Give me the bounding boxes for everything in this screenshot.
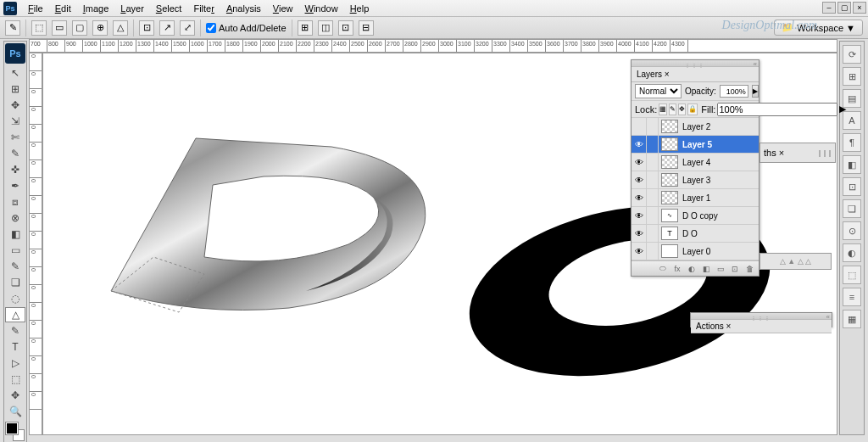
tool-0[interactable]: ↖	[5, 65, 25, 81]
opt-icon-10[interactable]: ◫	[318, 20, 333, 36]
dock-icon-4[interactable]: ¶	[843, 133, 861, 152]
layers-footer-icon-6[interactable]: 🗑	[743, 264, 755, 274]
menu-help[interactable]: Help	[344, 3, 376, 14]
tool-11[interactable]: ▭	[5, 243, 25, 258]
tool-20[interactable]: ✥	[5, 388, 25, 403]
actions-drag-handle[interactable]: ⋮⋮⋮«	[691, 313, 832, 320]
visibility-toggle[interactable]: 👁	[632, 154, 647, 171]
tool-5[interactable]: ✎	[5, 146, 25, 161]
dock-icon-12[interactable]: ▦	[843, 310, 861, 328]
tool-2[interactable]: ✥	[5, 98, 25, 113]
dock-icon-6[interactable]: ⊡	[843, 177, 861, 196]
tool-14[interactable]: ◌	[5, 291, 25, 306]
maximize-button[interactable]: ▢	[837, 2, 851, 14]
layer-row[interactable]: 👁TD O	[632, 225, 759, 243]
lock-image-icon[interactable]: ✎	[669, 104, 676, 115]
layer-row[interactable]: 👁Layer 1	[632, 189, 759, 207]
tool-10[interactable]: ◧	[5, 227, 25, 242]
tool-6[interactable]: ✜	[5, 162, 25, 177]
dock-icon-7[interactable]: ❏	[843, 199, 861, 218]
tool-15[interactable]: △	[5, 307, 25, 322]
panel-drag-handle[interactable]: ⋮⋮⋮«	[632, 60, 759, 67]
tool-9[interactable]: ⊗	[5, 210, 25, 226]
tool-preset-icon[interactable]: ✎	[5, 20, 20, 36]
opt-icon-4[interactable]: ⊕	[92, 20, 108, 36]
opacity-input[interactable]	[720, 85, 748, 98]
opt-icon-2[interactable]: ▭	[52, 20, 67, 36]
dock-icon-10[interactable]: ⬚	[843, 266, 861, 284]
tool-16[interactable]: ✎	[5, 323, 25, 338]
tool-18[interactable]: ▷	[5, 355, 25, 371]
layers-footer-icon-2[interactable]: ◐	[686, 264, 698, 274]
layers-footer-icon-5[interactable]: ⊡	[729, 264, 741, 274]
tool-8[interactable]: ⧈	[5, 194, 25, 210]
fill-input[interactable]	[717, 103, 837, 116]
opt-icon-5[interactable]: △	[113, 20, 128, 36]
menu-filter[interactable]: Filter	[187, 3, 220, 14]
dock-icon-5[interactable]: ◧	[843, 155, 861, 174]
actions-collapse-icon[interactable]: «	[826, 313, 830, 321]
visibility-toggle[interactable]: 👁	[632, 243, 647, 260]
opt-icon-6[interactable]: ⊡	[139, 20, 154, 36]
actions-tab[interactable]: Actions ×	[691, 320, 832, 333]
menu-view[interactable]: View	[267, 3, 299, 14]
menu-file[interactable]: File	[22, 3, 49, 14]
panel-collapse-icon[interactable]: «	[754, 60, 757, 68]
color-swatches[interactable]	[6, 422, 25, 441]
tool-21[interactable]: 🔍	[5, 404, 25, 419]
minimize-button[interactable]: –	[822, 2, 836, 14]
layers-footer-icon-1[interactable]: fx	[671, 264, 683, 274]
tool-7[interactable]: ✒	[5, 178, 25, 193]
menu-image[interactable]: Image	[77, 3, 115, 14]
menu-edit[interactable]: Edit	[49, 3, 77, 14]
dock-icon-8[interactable]: ⊙	[843, 221, 861, 240]
visibility-toggle[interactable]: 👁	[632, 207, 647, 224]
close-button[interactable]: ×	[853, 2, 866, 14]
visibility-toggle[interactable]: 👁	[632, 136, 647, 153]
dock-icon-9[interactable]: ◐	[843, 243, 861, 262]
layer-row[interactable]: Layer 2	[632, 118, 759, 136]
tool-1[interactable]: ⊞	[5, 81, 25, 97]
fill-arrow[interactable]: ▶	[839, 104, 846, 115]
opacity-arrow[interactable]: ▶	[752, 85, 759, 98]
visibility-toggle[interactable]: 👁	[632, 171, 647, 188]
tool-3[interactable]: ⇲	[5, 114, 25, 129]
dock-icon-11[interactable]: ≡	[843, 288, 861, 306]
app-icon[interactable]: Ps	[3, 2, 17, 15]
blend-mode-select[interactable]: Normal	[635, 84, 682, 98]
mini-panel-stub[interactable]: △ ▲ △ △	[760, 253, 832, 270]
lock-all-icon[interactable]: 🔒	[687, 104, 698, 115]
tool-19[interactable]: ⬚	[5, 372, 25, 387]
ruler-horizontal[interactable]: 7008009001000110012001300140015001600170…	[29, 39, 837, 53]
layers-footer-icon-3[interactable]: ◧	[700, 264, 712, 274]
auto-add-delete-checkbox[interactable]: Auto Add/Delete	[206, 23, 287, 33]
layers-footer-icon-0[interactable]: ⬭	[657, 264, 669, 274]
layer-row[interactable]: 👁∿D O copy	[632, 207, 759, 225]
layer-row[interactable]: 👁Layer 3	[632, 171, 759, 189]
dock-icon-1[interactable]: ⊞	[843, 67, 861, 86]
tool-13[interactable]: ❏	[5, 275, 25, 290]
dock-icon-0[interactable]: ⟳	[843, 45, 861, 64]
ruler-vertical[interactable]: 00000000000000000000	[29, 53, 42, 435]
lock-position-icon[interactable]: ✥	[678, 104, 686, 115]
opt-icon-11[interactable]: ⊡	[338, 20, 353, 36]
foreground-color[interactable]	[6, 422, 18, 434]
visibility-toggle[interactable]	[632, 118, 647, 135]
layer-row[interactable]: 👁Layer 4	[632, 154, 759, 171]
layers-tab[interactable]: Layers ×	[632, 67, 759, 82]
tool-17[interactable]: T	[5, 339, 25, 355]
opt-icon-12[interactable]: ⊟	[359, 20, 374, 36]
menu-analysis[interactable]: Analysis	[220, 3, 267, 14]
visibility-toggle[interactable]: 👁	[632, 225, 647, 242]
layer-row[interactable]: 👁Layer 0	[632, 243, 759, 260]
visibility-toggle[interactable]: 👁	[632, 189, 647, 206]
opt-icon-3[interactable]: ▢	[72, 20, 87, 36]
paths-panel-stub[interactable]: ths ×‖ ‖ ‖	[760, 143, 836, 163]
opt-icon-9[interactable]: ⊞	[298, 20, 313, 36]
tool-4[interactable]: ✄	[5, 130, 25, 145]
lock-transparent-icon[interactable]: ▦	[659, 104, 667, 115]
menu-select[interactable]: Select	[150, 3, 188, 14]
opt-icon-7[interactable]: ↗	[159, 20, 175, 36]
opt-icon-1[interactable]: ⬚	[31, 20, 47, 36]
opt-icon-8[interactable]: ⤢	[180, 20, 195, 36]
